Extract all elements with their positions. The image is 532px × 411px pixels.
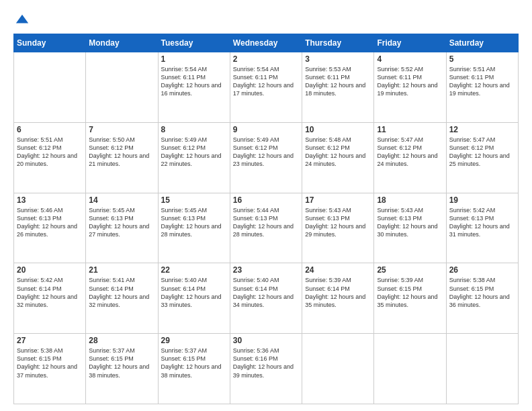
- col-header-tuesday: Tuesday: [158, 34, 230, 52]
- calendar-cell: 30Sunrise: 5:36 AM Sunset: 6:16 PM Dayli…: [230, 334, 302, 404]
- day-number: 13: [17, 195, 83, 205]
- calendar-cell: 3Sunrise: 5:53 AM Sunset: 6:11 PM Daylig…: [302, 52, 374, 123]
- calendar-cell: 2Sunrise: 5:54 AM Sunset: 6:11 PM Daylig…: [230, 52, 302, 123]
- day-info: Sunrise: 5:41 AM Sunset: 6:14 PM Dayligh…: [89, 276, 154, 309]
- day-number: 18: [377, 195, 443, 205]
- logo: [13, 12, 30, 27]
- calendar-cell: 14Sunrise: 5:45 AM Sunset: 6:13 PM Dayli…: [86, 193, 158, 263]
- day-info: Sunrise: 5:49 AM Sunset: 6:12 PM Dayligh…: [161, 136, 227, 169]
- day-number: 7: [89, 125, 154, 134]
- day-info: Sunrise: 5:37 AM Sunset: 6:15 PM Dayligh…: [161, 347, 227, 379]
- calendar-cell: [86, 52, 158, 123]
- week-row-2: 13Sunrise: 5:46 AM Sunset: 6:13 PM Dayli…: [14, 193, 519, 263]
- col-header-sunday: Sunday: [14, 34, 86, 52]
- calendar-cell: 7Sunrise: 5:50 AM Sunset: 6:12 PM Daylig…: [86, 122, 158, 193]
- calendar-header-row: SundayMondayTuesdayWednesdayThursdayFrid…: [14, 34, 519, 52]
- calendar-cell: 20Sunrise: 5:42 AM Sunset: 6:14 PM Dayli…: [14, 263, 86, 334]
- day-number: 28: [89, 336, 154, 345]
- day-number: 12: [449, 125, 515, 134]
- day-info: Sunrise: 5:38 AM Sunset: 6:15 PM Dayligh…: [17, 347, 83, 379]
- day-info: Sunrise: 5:54 AM Sunset: 6:11 PM Dayligh…: [161, 65, 227, 98]
- calendar-cell: 5Sunrise: 5:51 AM Sunset: 6:11 PM Daylig…: [446, 52, 518, 123]
- day-info: Sunrise: 5:36 AM Sunset: 6:16 PM Dayligh…: [233, 347, 299, 379]
- day-number: 5: [449, 54, 515, 64]
- day-info: Sunrise: 5:50 AM Sunset: 6:12 PM Dayligh…: [89, 136, 154, 169]
- day-number: 14: [89, 195, 154, 205]
- calendar-cell: 27Sunrise: 5:38 AM Sunset: 6:15 PM Dayli…: [14, 334, 86, 404]
- day-info: Sunrise: 5:48 AM Sunset: 6:12 PM Dayligh…: [305, 136, 371, 169]
- day-number: 22: [161, 265, 227, 275]
- day-info: Sunrise: 5:37 AM Sunset: 6:15 PM Dayligh…: [89, 347, 154, 379]
- day-number: 15: [161, 195, 227, 205]
- header: [13, 12, 519, 27]
- day-number: 29: [161, 336, 227, 345]
- day-info: Sunrise: 5:49 AM Sunset: 6:12 PM Dayligh…: [233, 136, 299, 169]
- day-info: Sunrise: 5:54 AM Sunset: 6:11 PM Dayligh…: [233, 65, 299, 98]
- page: SundayMondayTuesdayWednesdayThursdayFrid…: [0, 0, 532, 411]
- day-number: 16: [233, 195, 299, 205]
- day-info: Sunrise: 5:51 AM Sunset: 6:11 PM Dayligh…: [449, 65, 515, 98]
- calendar-cell: [302, 334, 374, 404]
- day-number: 26: [449, 265, 515, 275]
- calendar-cell: 19Sunrise: 5:42 AM Sunset: 6:13 PM Dayli…: [446, 193, 518, 263]
- day-number: 9: [233, 125, 299, 134]
- svg-marker-0: [16, 15, 28, 24]
- calendar-cell: 17Sunrise: 5:43 AM Sunset: 6:13 PM Dayli…: [302, 193, 374, 263]
- day-number: 23: [233, 265, 299, 275]
- col-header-monday: Monday: [86, 34, 158, 52]
- calendar-cell: [446, 334, 518, 404]
- day-number: 17: [305, 195, 371, 205]
- col-header-thursday: Thursday: [302, 34, 374, 52]
- week-row-4: 27Sunrise: 5:38 AM Sunset: 6:15 PM Dayli…: [14, 334, 519, 404]
- day-info: Sunrise: 5:42 AM Sunset: 6:14 PM Dayligh…: [17, 276, 83, 309]
- day-info: Sunrise: 5:46 AM Sunset: 6:13 PM Dayligh…: [17, 206, 83, 239]
- day-info: Sunrise: 5:51 AM Sunset: 6:12 PM Dayligh…: [17, 136, 83, 169]
- day-info: Sunrise: 5:44 AM Sunset: 6:13 PM Dayligh…: [233, 206, 299, 239]
- day-info: Sunrise: 5:53 AM Sunset: 6:11 PM Dayligh…: [305, 65, 371, 98]
- day-number: 21: [89, 265, 154, 275]
- day-number: 2: [233, 54, 299, 64]
- week-row-3: 20Sunrise: 5:42 AM Sunset: 6:14 PM Dayli…: [14, 263, 519, 334]
- day-info: Sunrise: 5:40 AM Sunset: 6:14 PM Dayligh…: [161, 276, 227, 309]
- calendar-cell: 11Sunrise: 5:47 AM Sunset: 6:12 PM Dayli…: [374, 122, 446, 193]
- day-number: 24: [305, 265, 371, 275]
- day-number: 30: [233, 336, 299, 345]
- calendar-cell: 28Sunrise: 5:37 AM Sunset: 6:15 PM Dayli…: [86, 334, 158, 404]
- day-info: Sunrise: 5:43 AM Sunset: 6:13 PM Dayligh…: [377, 206, 443, 239]
- day-info: Sunrise: 5:39 AM Sunset: 6:15 PM Dayligh…: [377, 276, 443, 309]
- day-info: Sunrise: 5:45 AM Sunset: 6:13 PM Dayligh…: [89, 206, 154, 239]
- week-row-1: 6Sunrise: 5:51 AM Sunset: 6:12 PM Daylig…: [14, 122, 519, 193]
- calendar-cell: 25Sunrise: 5:39 AM Sunset: 6:15 PM Dayli…: [374, 263, 446, 334]
- day-number: 8: [161, 125, 227, 134]
- day-number: 10: [305, 125, 371, 134]
- day-info: Sunrise: 5:47 AM Sunset: 6:12 PM Dayligh…: [377, 136, 443, 169]
- calendar-cell: 12Sunrise: 5:47 AM Sunset: 6:12 PM Dayli…: [446, 122, 518, 193]
- calendar-cell: 22Sunrise: 5:40 AM Sunset: 6:14 PM Dayli…: [158, 263, 230, 334]
- calendar-cell: [14, 52, 86, 123]
- calendar-cell: 16Sunrise: 5:44 AM Sunset: 6:13 PM Dayli…: [230, 193, 302, 263]
- calendar-cell: 29Sunrise: 5:37 AM Sunset: 6:15 PM Dayli…: [158, 334, 230, 404]
- calendar-cell: 6Sunrise: 5:51 AM Sunset: 6:12 PM Daylig…: [14, 122, 86, 193]
- day-number: 3: [305, 54, 371, 64]
- day-info: Sunrise: 5:38 AM Sunset: 6:15 PM Dayligh…: [449, 276, 515, 309]
- calendar-cell: 10Sunrise: 5:48 AM Sunset: 6:12 PM Dayli…: [302, 122, 374, 193]
- day-info: Sunrise: 5:45 AM Sunset: 6:13 PM Dayligh…: [161, 206, 227, 239]
- week-row-0: 1Sunrise: 5:54 AM Sunset: 6:11 PM Daylig…: [14, 52, 519, 123]
- calendar-cell: 8Sunrise: 5:49 AM Sunset: 6:12 PM Daylig…: [158, 122, 230, 193]
- calendar-cell: 26Sunrise: 5:38 AM Sunset: 6:15 PM Dayli…: [446, 263, 518, 334]
- calendar-cell: 13Sunrise: 5:46 AM Sunset: 6:13 PM Dayli…: [14, 193, 86, 263]
- day-number: 25: [377, 265, 443, 275]
- day-info: Sunrise: 5:47 AM Sunset: 6:12 PM Dayligh…: [449, 136, 515, 169]
- col-header-saturday: Saturday: [446, 34, 518, 52]
- day-number: 4: [377, 54, 443, 64]
- calendar-cell: 21Sunrise: 5:41 AM Sunset: 6:14 PM Dayli…: [86, 263, 158, 334]
- logo-icon: [15, 12, 30, 27]
- day-number: 1: [161, 54, 227, 64]
- day-info: Sunrise: 5:52 AM Sunset: 6:11 PM Dayligh…: [377, 65, 443, 98]
- day-number: 20: [17, 265, 83, 275]
- calendar-cell: 23Sunrise: 5:40 AM Sunset: 6:14 PM Dayli…: [230, 263, 302, 334]
- day-info: Sunrise: 5:40 AM Sunset: 6:14 PM Dayligh…: [233, 276, 299, 309]
- day-number: 19: [449, 195, 515, 205]
- col-header-friday: Friday: [374, 34, 446, 52]
- calendar-table: SundayMondayTuesdayWednesdayThursdayFrid…: [13, 34, 519, 404]
